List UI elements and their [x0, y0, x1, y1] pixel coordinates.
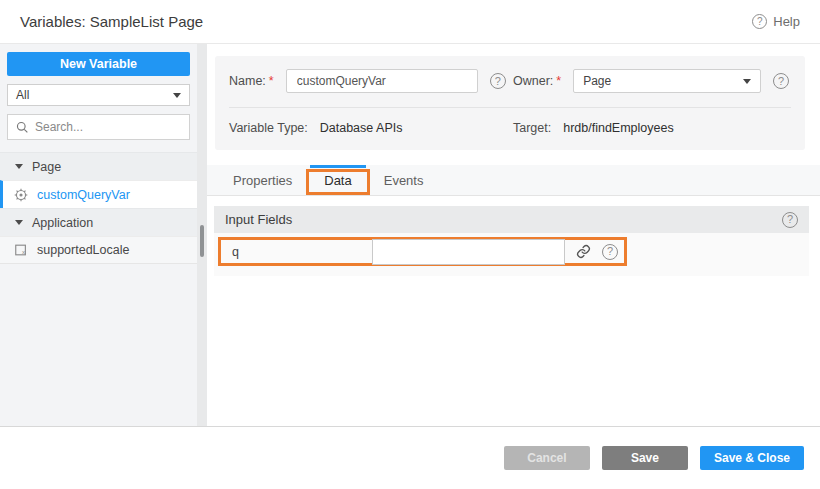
param-label: q — [232, 245, 372, 259]
variables-tree: Page customQueryVar Application x su — [0, 152, 197, 264]
variable-search — [7, 114, 190, 140]
chevron-down-icon — [743, 79, 751, 84]
help-link[interactable]: Help — [752, 14, 800, 29]
param-help-icon[interactable] — [602, 244, 618, 260]
input-field-row-q: q — [218, 237, 627, 266]
page-title: Variables: SampleList Page — [20, 13, 203, 30]
tree-item-label: supportedLocale — [37, 243, 129, 257]
tree-group-label: Application — [32, 216, 93, 230]
chevron-down-icon — [173, 93, 181, 98]
input-fields-body: q — [214, 233, 809, 276]
dialog-footer: Cancel Save Save & Close — [0, 426, 820, 489]
target-value: hrdb/findEmployees — [563, 121, 673, 135]
help-label: Help — [773, 14, 800, 29]
collapse-triangle-icon — [15, 164, 23, 169]
variable-type-group: Variable Type: Database APIs — [229, 121, 513, 135]
save-button[interactable]: Save — [602, 446, 688, 470]
model-variable-icon: x — [14, 243, 28, 257]
service-variable-gear-icon — [14, 188, 28, 202]
name-help-icon[interactable] — [490, 73, 506, 89]
save-and-close-button[interactable]: Save & Close — [700, 446, 804, 470]
name-label: Name: — [229, 74, 266, 88]
tree-item-customqueryvar[interactable]: customQueryVar — [0, 180, 197, 208]
collapse-triangle-icon — [15, 220, 23, 225]
tree-item-label: customQueryVar — [37, 188, 130, 202]
tree-group-page[interactable]: Page — [0, 152, 197, 180]
tab-data-label: Data — [324, 173, 351, 188]
active-tab-indicator — [310, 165, 365, 168]
input-fields-help-icon[interactable] — [782, 212, 798, 228]
scrollbar-thumb[interactable] — [200, 225, 204, 257]
owner-selected-value: Page — [583, 74, 611, 88]
detail-tabbar: Properties Data Events — [207, 165, 820, 196]
tree-item-supportedlocale[interactable]: x supportedLocale — [0, 236, 197, 264]
target-label: Target: — [513, 121, 551, 135]
owner-help-icon[interactable] — [773, 73, 789, 89]
svg-text:x: x — [22, 248, 25, 255]
filter-selected-value: All — [16, 88, 29, 102]
owner-label: Owner: — [513, 74, 553, 88]
cancel-button[interactable]: Cancel — [504, 446, 590, 470]
variables-sidebar: New Variable All Page — [0, 44, 197, 426]
required-asterisk: * — [269, 74, 274, 88]
variable-type-value: Database APIs — [320, 121, 403, 135]
variable-filter-select[interactable]: All — [7, 84, 190, 106]
sidebar-controls: New Variable All — [0, 44, 197, 140]
variables-dialog: Variables: SampleList Page Help New Vari… — [0, 0, 820, 489]
type-target-row: Variable Type: Database APIs Target: hrd… — [229, 121, 791, 135]
owner-select[interactable]: Page — [573, 69, 761, 93]
search-input[interactable] — [35, 120, 181, 134]
owner-field-group: Owner: * Page — [513, 69, 789, 93]
form-divider — [229, 107, 791, 108]
variable-summary-form: Name: * Owner: * Page — [215, 56, 805, 150]
tab-properties[interactable]: Properties — [217, 165, 308, 195]
param-value-input[interactable] — [372, 239, 565, 265]
target-group: Target: hrdb/findEmployees — [513, 121, 674, 135]
tab-data[interactable]: Data — [308, 165, 367, 195]
dialog-body: New Variable All Page — [0, 44, 820, 426]
bind-link-icon[interactable] — [575, 244, 591, 260]
tab-events[interactable]: Events — [368, 165, 440, 195]
section-title: Input Fields — [225, 212, 292, 227]
required-asterisk: * — [556, 74, 561, 88]
input-fields-section: Input Fields q — [214, 206, 809, 276]
name-field-group: Name: * — [229, 69, 513, 93]
sidebar-scrollbar[interactable] — [197, 44, 207, 426]
dialog-header: Variables: SampleList Page Help — [0, 0, 820, 44]
variable-detail-panel: Name: * Owner: * Page — [207, 44, 820, 426]
search-icon — [16, 121, 29, 134]
tree-group-label: Page — [32, 160, 61, 174]
variable-type-label: Variable Type: — [229, 121, 308, 135]
new-variable-button[interactable]: New Variable — [7, 52, 190, 76]
name-input[interactable] — [286, 69, 478, 93]
help-icon — [752, 14, 767, 29]
name-owner-row: Name: * Owner: * Page — [229, 69, 791, 93]
tree-group-application[interactable]: Application — [0, 208, 197, 236]
input-fields-header: Input Fields — [214, 206, 809, 233]
